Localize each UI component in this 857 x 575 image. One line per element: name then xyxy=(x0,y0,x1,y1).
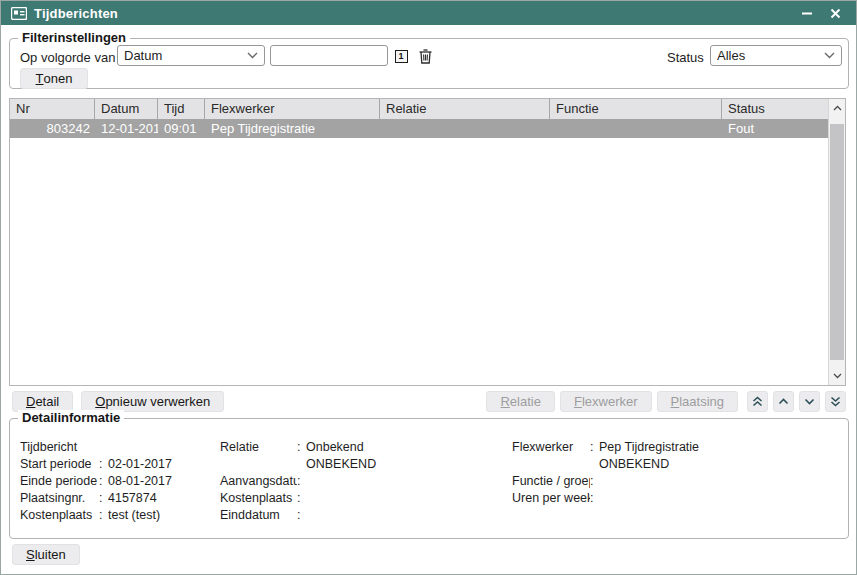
last-record-button[interactable] xyxy=(825,391,846,412)
cell-flexwerker: Pep Tijdregistratie xyxy=(205,119,380,138)
calendar-1-icon: 1 xyxy=(395,50,408,63)
next-record-button[interactable] xyxy=(799,391,820,412)
filter-settings-legend: Filterinstellingen xyxy=(18,30,130,46)
tijdberichten-window: Tijdberichten Filterinstellingen Op volg… xyxy=(0,0,857,575)
cell-tijd: 09:01 xyxy=(158,119,205,138)
detail-value: 02-01-2017 xyxy=(108,456,218,473)
show-button[interactable]: Tonen xyxy=(20,68,88,89)
filter-date-input[interactable] xyxy=(270,45,388,66)
details-column-3: Flexwerker : Pep Tijdregistratie ONBEKEN… xyxy=(512,439,842,524)
detail-label xyxy=(512,456,590,473)
detail-information-group: Detailinformatie Tijdbericht Start perio… xyxy=(9,418,849,539)
detail-button[interactable]: Detail xyxy=(12,391,73,412)
titlebar: Tijdberichten xyxy=(1,1,856,25)
column-header-functie[interactable]: Functie xyxy=(550,99,722,119)
detail-label: Tijdbericht xyxy=(20,439,99,456)
detail-value xyxy=(599,507,842,524)
detail-value xyxy=(599,473,842,490)
filter-settings-group: Filterinstellingen Op volgorde van Datum… xyxy=(9,38,849,89)
first-record-button[interactable] xyxy=(747,391,768,412)
reprocess-button[interactable]: Opnieuw verwerken xyxy=(81,391,224,412)
cell-functie xyxy=(550,119,722,138)
order-by-label: Op volgorde van xyxy=(20,47,115,68)
column-header-status[interactable]: Status xyxy=(722,99,845,119)
status-label: Status xyxy=(667,47,704,68)
detail-value xyxy=(306,490,505,507)
cell-status: Fout xyxy=(722,119,828,138)
detail-label: Plaatsingnr. xyxy=(20,490,99,507)
chevron-down-icon xyxy=(824,52,835,59)
calendar-button[interactable]: 1 xyxy=(391,46,411,66)
column-header-datum[interactable]: Datum xyxy=(95,99,158,119)
scroll-up-button[interactable] xyxy=(829,99,845,117)
double-chevron-up-icon xyxy=(752,396,763,407)
cell-nr: 803242 xyxy=(10,119,95,138)
detail-value xyxy=(108,439,218,456)
chevron-down-icon xyxy=(247,52,258,59)
messages-table: Nr Datum Tijd Flexwerker Relatie Functie… xyxy=(9,98,846,386)
detail-value xyxy=(306,473,505,490)
previous-record-button[interactable] xyxy=(773,391,794,412)
table-body: 803242 12-01-2017 09:01 Pep Tijdregistra… xyxy=(10,119,828,385)
order-by-value: Datum xyxy=(124,46,247,65)
window-title: Tijdberichten xyxy=(34,6,118,21)
status-select[interactable]: Alles xyxy=(710,45,842,66)
plaatsing-button[interactable]: Plaatsing xyxy=(657,391,738,412)
clear-date-button[interactable] xyxy=(415,46,435,66)
double-chevron-down-icon xyxy=(830,396,841,407)
detail-label: Start periode xyxy=(20,456,99,473)
detail-label: Uren per week xyxy=(512,490,590,507)
detail-value: ONBEKEND xyxy=(306,456,505,473)
actions-row: Detail Opnieuw verwerken Relatie Flexwer… xyxy=(9,391,846,413)
close-icon xyxy=(830,8,841,19)
chevron-up-icon xyxy=(778,398,789,405)
order-by-select[interactable]: Datum xyxy=(117,45,265,66)
detail-label: Kostenplaats xyxy=(20,507,99,524)
detail-value: 08-01-2017 xyxy=(108,473,218,490)
detail-label: Functie / groep xyxy=(512,473,590,490)
relatie-button[interactable]: Relatie xyxy=(486,391,554,412)
cell-datum: 12-01-2017 xyxy=(95,119,158,138)
card-icon xyxy=(11,7,27,20)
status-value: Alles xyxy=(717,46,824,65)
scroll-down-button[interactable] xyxy=(829,367,845,385)
detail-label: Einde periode xyxy=(20,473,99,490)
trash-icon xyxy=(419,49,432,64)
detail-value: Onbekend xyxy=(306,439,505,456)
flexwerker-button[interactable]: Flexwerker xyxy=(560,391,652,412)
column-header-tijd[interactable]: Tijd xyxy=(158,99,205,119)
column-header-flexwerker[interactable]: Flexwerker xyxy=(205,99,380,119)
detail-label: Kostenplaats xyxy=(220,490,297,507)
detail-value: test (test) xyxy=(108,507,218,524)
detail-value: 4157874 xyxy=(108,490,218,507)
detail-label: Flexwerker xyxy=(512,439,590,456)
scrollbar-thumb[interactable] xyxy=(830,124,844,360)
detail-value: ONBEKEND xyxy=(599,456,842,473)
cell-relatie xyxy=(380,119,550,138)
detail-value xyxy=(306,507,505,524)
scroll-up-icon xyxy=(833,105,842,111)
detail-label: Aanvangsdatum xyxy=(220,473,297,490)
column-header-nr[interactable]: Nr xyxy=(10,99,95,119)
chevron-down-icon xyxy=(804,398,815,405)
details-column-2: Relatie : Onbekend ONBEKEND Aanvangsdatu… xyxy=(220,439,505,524)
detail-label xyxy=(512,507,590,524)
table-row[interactable]: 803242 12-01-2017 09:01 Pep Tijdregistra… xyxy=(10,119,828,138)
detail-value xyxy=(599,490,842,507)
detail-label: Relatie xyxy=(220,439,297,456)
details-column-1: Tijdbericht Start periode : 02-01-2017 E… xyxy=(20,439,218,524)
close-window-button[interactable]: Sluiten xyxy=(12,544,80,565)
scroll-down-icon xyxy=(833,373,842,379)
minimize-icon xyxy=(801,7,813,19)
detail-value: Pep Tijdregistratie xyxy=(599,439,842,456)
table-header: Nr Datum Tijd Flexwerker Relatie Functie… xyxy=(10,99,845,119)
detail-information-legend: Detailinformatie xyxy=(18,410,124,426)
detail-label: Einddatum xyxy=(220,507,297,524)
minimize-button[interactable] xyxy=(796,3,818,23)
close-button[interactable] xyxy=(824,3,846,23)
vertical-scrollbar[interactable] xyxy=(828,99,845,385)
detail-label xyxy=(220,456,297,473)
column-header-relatie[interactable]: Relatie xyxy=(380,99,550,119)
